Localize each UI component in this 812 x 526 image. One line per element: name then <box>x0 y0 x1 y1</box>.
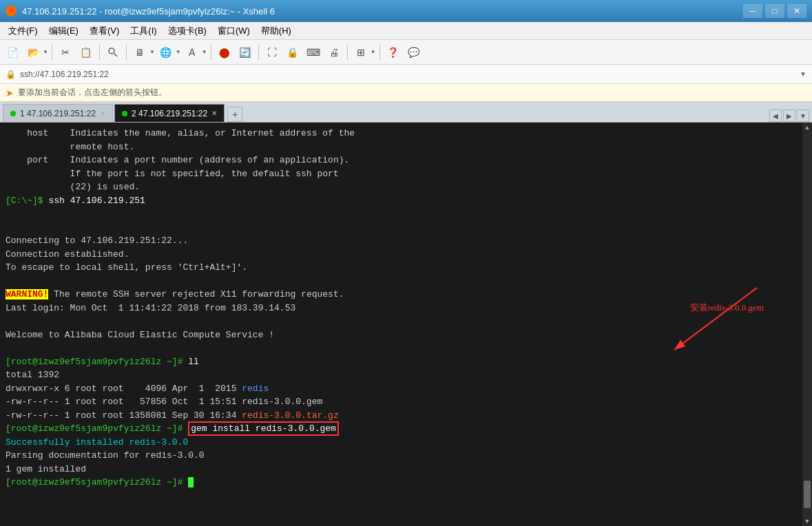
tab-nav-next[interactable]: ▶ <box>783 109 795 122</box>
toolbar-sep-2 <box>99 45 100 60</box>
info-bar: ➤ 要添加当前会话，点击左侧的箭头按钮。 <box>0 84 812 102</box>
tab-nav-menu[interactable]: ▼ <box>797 109 809 122</box>
title-bar: 47.106.219.251:22 - root@izwz9ef5sjam9pv… <box>0 0 812 22</box>
terminal[interactable]: host Indicates the name, alias, or Inter… <box>0 123 812 526</box>
close-button[interactable]: ✕ <box>787 4 806 18</box>
svg-point-0 <box>109 48 114 54</box>
toolbar-find[interactable] <box>103 43 123 62</box>
term-line-15 <box>6 315 806 328</box>
term-line-19: total 1392 <box>6 368 806 382</box>
maximize-button[interactable]: □ <box>765 4 784 18</box>
term-line-13: WARNING! The remote SSH server rejected … <box>6 288 806 302</box>
window-controls: ─ □ ✕ <box>743 4 806 18</box>
toolbar-sep-6 <box>347 45 348 60</box>
toolbar-copy[interactable]: 📋 <box>76 43 96 62</box>
toolbar-screen[interactable]: 🖥 <box>130 43 149 62</box>
menu-tabs[interactable]: 选项卡(B) <box>163 23 212 39</box>
info-bar-arrow-icon: ➤ <box>6 87 14 98</box>
toolbar-globe-arrow[interactable]: ▼ <box>176 49 181 55</box>
address-lock-icon: 🔒 <box>6 70 16 79</box>
info-bar-text: 要添加当前会话，点击左侧的箭头按钮。 <box>18 87 167 98</box>
address-dropdown-arrow[interactable]: ▼ <box>800 70 806 78</box>
tab-1-close[interactable]: ✕ <box>100 109 105 117</box>
term-line-10: Connection established. <box>6 248 806 262</box>
term-line-27: [root@izwz9ef5sjam9pvfyiz26lz ~]# █ <box>6 476 806 490</box>
toolbar-layout[interactable]: ⊞ <box>351 43 371 62</box>
window-title: 47.106.219.251:22 - root@izwz9ef5sjam9pv… <box>22 6 275 17</box>
scroll-thumb[interactable] <box>804 481 811 508</box>
term-line-4: If the port is not specified, the defaul… <box>6 167 806 181</box>
term-line-1: host Indicates the name, alias, or Inter… <box>6 127 806 140</box>
minimize-button[interactable]: ─ <box>743 4 762 18</box>
toolbar-font[interactable]: A <box>183 43 202 62</box>
toolbar-sep-1 <box>52 45 52 60</box>
term-line-3: port Indicates a port number (address of… <box>6 154 806 167</box>
toolbar-cut[interactable]: ✂ <box>56 43 75 62</box>
term-line-6: [C:\~]$ ssh 47.106.219.251 <box>6 194 806 208</box>
menu-window[interactable]: 窗口(W) <box>212 23 256 39</box>
menu-tools[interactable]: 工具(I) <box>125 23 162 39</box>
warning-badge: WARNING! <box>6 289 48 299</box>
term-line-26: 1 gem installed <box>6 463 806 476</box>
term-line-24: Successfully installed redis-3.0.0 <box>6 436 806 450</box>
tab-1[interactable]: 1 47.106.219.251:22 ✕ <box>3 104 113 122</box>
term-line-14: Last login: Mon Oct 1 11:41:22 2018 from… <box>6 302 806 315</box>
app-icon <box>6 6 17 17</box>
toolbar-lock[interactable]: 🔒 <box>283 43 302 62</box>
term-line-16: Welcome to Alibaba Cloud Elastic Compute… <box>6 328 806 342</box>
term-line-8 <box>6 221 806 235</box>
toolbar-globe[interactable]: 🌐 <box>156 43 176 62</box>
toolbar-fullscreen[interactable]: ⛶ <box>262 43 282 62</box>
term-line-11: To escape to local shell, press 'Ctrl+Al… <box>6 261 806 275</box>
toolbar-keyboard[interactable]: ⌨ <box>304 43 323 62</box>
toolbar-sep-5 <box>258 45 259 60</box>
term-line-5: (22) is used. <box>6 180 806 194</box>
tab-nav: ◀ ▶ ▼ <box>769 109 809 122</box>
main-area: host Indicates the name, alias, or Inter… <box>0 123 812 526</box>
toolbar-help[interactable]: ❓ <box>384 43 403 62</box>
tab-nav-prev[interactable]: ◀ <box>769 109 782 122</box>
term-line-2: remote host. <box>6 140 806 154</box>
address-url[interactable]: ssh://47.106.219.251:22 <box>20 70 795 79</box>
toolbar-print[interactable]: 🖨 <box>324 43 344 62</box>
toolbar-sep-7 <box>379 45 380 60</box>
term-line-25: Parsing documentation for redis-3.0.0 <box>6 449 806 463</box>
tab-2-dot <box>122 111 127 116</box>
toolbar-layout-arrow[interactable]: ▼ <box>371 49 376 55</box>
svg-line-1 <box>114 53 117 56</box>
scrollbar[interactable]: ▲ ▼ <box>802 123 812 526</box>
menu-bar: 文件(F) 编辑(E) 查看(V) 工具(I) 选项卡(B) 窗口(W) 帮助(… <box>0 22 812 40</box>
toolbar-sep-3 <box>126 45 127 60</box>
address-bar: 🔒 ssh://47.106.219.251:22 ▼ <box>0 65 812 84</box>
menu-file[interactable]: 文件(F) <box>3 23 43 39</box>
menu-view[interactable]: 查看(V) <box>84 23 125 39</box>
scroll-up-arrow[interactable]: ▲ <box>803 123 812 132</box>
term-line-17 <box>6 341 806 355</box>
toolbar-xagent[interactable]: ⬤ <box>215 43 234 62</box>
tab-2-label: 2 47.106.219.251:22 <box>132 109 207 118</box>
tab-2[interactable]: 2 47.106.219.251:22 ✕ <box>114 104 225 122</box>
toolbar-font-arrow[interactable]: ▼ <box>202 49 207 55</box>
menu-help[interactable]: 帮助(H) <box>256 23 297 39</box>
toolbar-screen-arrow[interactable]: ▼ <box>149 49 155 55</box>
term-line-12 <box>6 275 806 288</box>
toolbar-chat[interactable]: 💬 <box>404 43 424 62</box>
scroll-down-arrow[interactable]: ▼ <box>803 516 812 526</box>
tab-add-button[interactable]: + <box>227 107 242 122</box>
term-line-21: -rw-r--r-- 1 root root 57856 Oct 1 15:51… <box>6 395 806 409</box>
term-line-23: [root@izwz9ef5sjam9pvfyiz26lz ~]# gem in… <box>6 422 806 436</box>
term-line-9: Connecting to 47.106.219.251:22... <box>6 234 806 248</box>
terminal-content: host Indicates the name, alias, or Inter… <box>0 123 812 508</box>
toolbar-open-arrow[interactable]: ▼ <box>43 49 48 55</box>
toolbar: 📄 📂 ▼ ✂ 📋 🖥 ▼ 🌐 ▼ A ▼ ⬤ 🔄 ⛶ 🔒 ⌨ 🖨 ⊞ ▼ ❓ … <box>0 40 812 65</box>
tab-2-close[interactable]: ✕ <box>211 109 217 117</box>
toolbar-xftp[interactable]: 🔄 <box>236 43 255 62</box>
term-line-7 <box>6 207 806 221</box>
tab-1-dot <box>10 111 16 116</box>
toolbar-sep-4 <box>211 45 211 60</box>
toolbar-new[interactable]: 📄 <box>3 43 22 62</box>
term-line-18: [root@izwz9ef5sjam9pvfyiz26lz ~]# ll <box>6 355 806 369</box>
term-line-20: drwxrwxr-x 6 root root 4096 Apr 1 2015 r… <box>6 382 806 396</box>
menu-edit[interactable]: 编辑(E) <box>43 23 84 39</box>
toolbar-open[interactable]: 📂 <box>23 43 43 62</box>
